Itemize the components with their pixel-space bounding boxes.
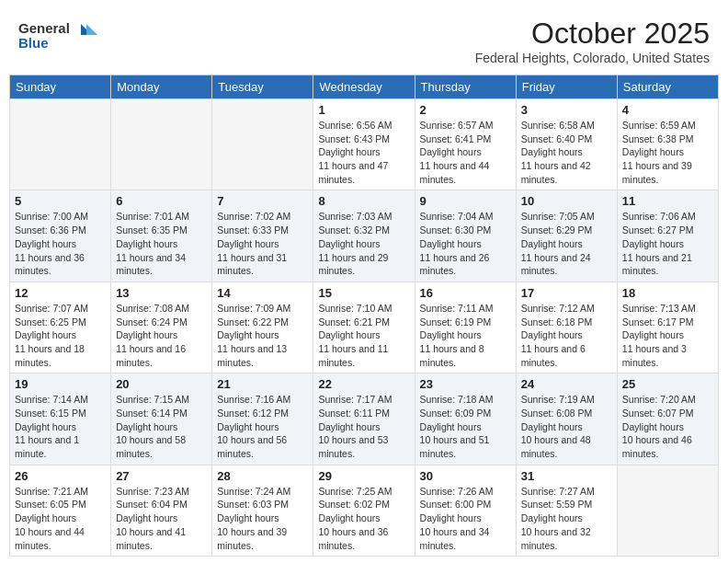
svg-text:General: General [18,20,70,36]
day-number: 8 [318,194,409,208]
day-info: Sunrise: 7:06 AMSunset: 6:27 PMDaylight … [622,210,713,277]
day-info: Sunrise: 7:18 AMSunset: 6:09 PMDaylight … [420,393,511,460]
day-info: Sunrise: 7:27 AMSunset: 5:59 PMDaylight … [521,485,612,552]
day-info: Sunrise: 7:17 AMSunset: 6:11 PMDaylight … [318,393,409,460]
calendar-cell: 22Sunrise: 7:17 AMSunset: 6:11 PMDayligh… [313,373,415,465]
day-number: 13 [116,286,207,300]
calendar-cell: 12Sunrise: 7:07 AMSunset: 6:25 PMDayligh… [10,282,111,373]
calendar-cell: 6Sunrise: 7:01 AMSunset: 6:35 PMDaylight… [111,190,212,282]
calendar-cell [111,99,212,190]
day-number: 10 [521,194,612,208]
day-number: 24 [521,377,612,391]
calendar-cell: 27Sunrise: 7:23 AMSunset: 6:04 PMDayligh… [111,465,212,556]
calendar-cell: 30Sunrise: 7:26 AMSunset: 6:00 PMDayligh… [415,465,516,556]
calendar-cell: 26Sunrise: 7:21 AMSunset: 6:05 PMDayligh… [10,465,111,556]
day-info: Sunrise: 7:19 AMSunset: 6:08 PMDaylight … [521,393,612,460]
day-info: Sunrise: 6:59 AMSunset: 6:38 PMDaylight … [622,119,713,186]
logo: General Blue [18,17,110,61]
day-info: Sunrise: 7:25 AMSunset: 6:02 PMDaylight … [318,485,409,552]
calendar-week-row: 1Sunrise: 6:56 AMSunset: 6:43 PMDaylight… [10,99,719,190]
calendar-cell: 25Sunrise: 7:20 AMSunset: 6:07 PMDayligh… [617,373,718,465]
weekday-header-sunday: Sunday [10,75,111,99]
calendar-week-row: 5Sunrise: 7:00 AMSunset: 6:36 PMDaylight… [10,190,719,282]
calendar-cell: 18Sunrise: 7:13 AMSunset: 6:17 PMDayligh… [617,282,718,373]
svg-marker-3 [86,24,97,35]
calendar-cell: 28Sunrise: 7:24 AMSunset: 6:03 PMDayligh… [212,465,313,556]
calendar-cell: 29Sunrise: 7:25 AMSunset: 6:02 PMDayligh… [313,465,415,556]
day-info: Sunrise: 7:01 AMSunset: 6:35 PMDaylight … [116,210,207,277]
weekday-header-row: SundayMondayTuesdayWednesdayThursdayFrid… [10,75,719,99]
calendar-table: SundayMondayTuesdayWednesdayThursdayFrid… [9,75,719,557]
calendar-cell: 13Sunrise: 7:08 AMSunset: 6:24 PMDayligh… [111,282,212,373]
month-title: October 2025 [475,17,710,51]
day-number: 18 [622,286,713,300]
day-number: 23 [420,377,511,391]
calendar-week-row: 26Sunrise: 7:21 AMSunset: 6:05 PMDayligh… [10,465,719,556]
day-number: 31 [521,469,612,483]
calendar-cell: 11Sunrise: 7:06 AMSunset: 6:27 PMDayligh… [617,190,718,282]
day-info: Sunrise: 7:13 AMSunset: 6:17 PMDaylight … [622,302,713,369]
calendar-cell: 31Sunrise: 7:27 AMSunset: 5:59 PMDayligh… [516,465,617,556]
day-number: 3 [521,103,612,117]
calendar-week-row: 19Sunrise: 7:14 AMSunset: 6:15 PMDayligh… [10,373,719,465]
calendar-cell: 3Sunrise: 6:58 AMSunset: 6:40 PMDaylight… [516,99,617,190]
weekday-header-tuesday: Tuesday [212,75,313,99]
day-number: 12 [15,286,106,300]
day-number: 14 [217,286,308,300]
calendar-cell: 20Sunrise: 7:15 AMSunset: 6:14 PMDayligh… [111,373,212,465]
calendar-cell: 7Sunrise: 7:02 AMSunset: 6:33 PMDaylight… [212,190,313,282]
day-info: Sunrise: 6:57 AMSunset: 6:41 PMDaylight … [420,119,511,186]
day-info: Sunrise: 7:20 AMSunset: 6:07 PMDaylight … [622,393,713,460]
day-number: 21 [217,377,308,391]
weekday-header-saturday: Saturday [617,75,718,99]
day-number: 30 [420,469,511,483]
header: General Blue October 2025 Federal Height… [9,9,719,69]
day-number: 15 [318,286,409,300]
day-info: Sunrise: 7:09 AMSunset: 6:22 PMDaylight … [217,302,308,369]
weekday-header-friday: Friday [516,75,617,99]
day-info: Sunrise: 7:12 AMSunset: 6:18 PMDaylight … [521,302,612,369]
weekday-header-thursday: Thursday [415,75,516,99]
day-number: 5 [15,194,106,208]
day-number: 4 [622,103,713,117]
day-number: 29 [318,469,409,483]
day-number: 22 [318,377,409,391]
calendar-cell: 5Sunrise: 7:00 AMSunset: 6:36 PMDaylight… [10,190,111,282]
calendar-cell: 9Sunrise: 7:04 AMSunset: 6:30 PMDaylight… [415,190,516,282]
day-number: 6 [116,194,207,208]
day-info: Sunrise: 7:15 AMSunset: 6:14 PMDaylight … [116,393,207,460]
day-number: 27 [116,469,207,483]
day-info: Sunrise: 7:04 AMSunset: 6:30 PMDaylight … [420,210,511,277]
day-number: 25 [622,377,713,391]
day-info: Sunrise: 7:03 AMSunset: 6:32 PMDaylight … [318,210,409,277]
calendar-cell: 21Sunrise: 7:16 AMSunset: 6:12 PMDayligh… [212,373,313,465]
day-info: Sunrise: 7:08 AMSunset: 6:24 PMDaylight … [116,302,207,369]
location-title: Federal Heights, Colorado, United States [475,51,710,65]
calendar-week-row: 12Sunrise: 7:07 AMSunset: 6:25 PMDayligh… [10,282,719,373]
calendar-cell: 23Sunrise: 7:18 AMSunset: 6:09 PMDayligh… [415,373,516,465]
day-number: 16 [420,286,511,300]
day-info: Sunrise: 7:02 AMSunset: 6:33 PMDaylight … [217,210,308,277]
title-block: October 2025 Federal Heights, Colorado, … [475,17,710,65]
day-number: 7 [217,194,308,208]
calendar-cell: 2Sunrise: 6:57 AMSunset: 6:41 PMDaylight… [415,99,516,190]
day-number: 11 [622,194,713,208]
day-info: Sunrise: 7:23 AMSunset: 6:04 PMDaylight … [116,485,207,552]
calendar-cell: 1Sunrise: 6:56 AMSunset: 6:43 PMDaylight… [313,99,415,190]
day-info: Sunrise: 7:16 AMSunset: 6:12 PMDaylight … [217,393,308,460]
logo-svg: General Blue [18,17,110,57]
day-info: Sunrise: 7:24 AMSunset: 6:03 PMDaylight … [217,485,308,552]
calendar-cell: 15Sunrise: 7:10 AMSunset: 6:21 PMDayligh… [313,282,415,373]
svg-text:Blue: Blue [18,35,49,51]
day-number: 1 [318,103,409,117]
calendar-cell: 19Sunrise: 7:14 AMSunset: 6:15 PMDayligh… [10,373,111,465]
day-number: 17 [521,286,612,300]
day-number: 20 [116,377,207,391]
calendar-cell: 16Sunrise: 7:11 AMSunset: 6:19 PMDayligh… [415,282,516,373]
day-info: Sunrise: 7:10 AMSunset: 6:21 PMDaylight … [318,302,409,369]
calendar-cell [617,465,718,556]
day-info: Sunrise: 7:21 AMSunset: 6:05 PMDaylight … [15,485,106,552]
calendar-cell [212,99,313,190]
day-info: Sunrise: 6:56 AMSunset: 6:43 PMDaylight … [318,119,409,186]
weekday-header-monday: Monday [111,75,212,99]
